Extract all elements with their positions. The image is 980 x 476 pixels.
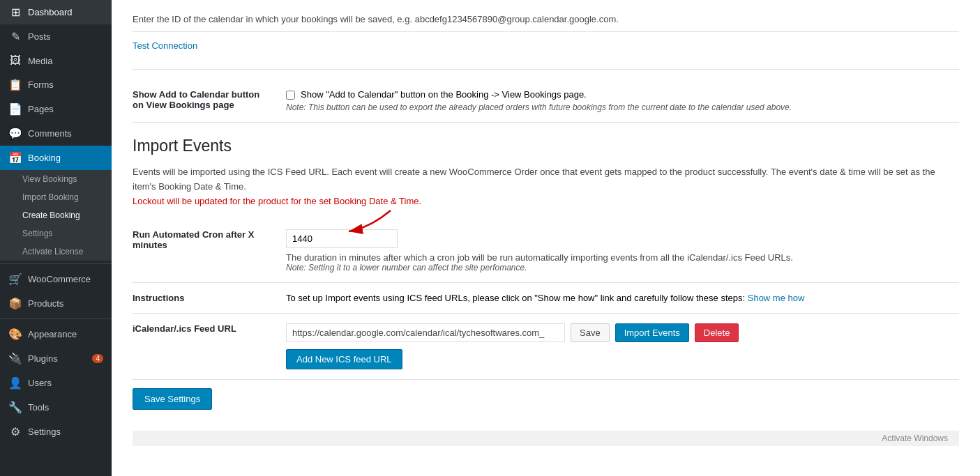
sidebar-item-plugins[interactable]: 🔌 Plugins 4 [0,346,112,371]
settings-icon: ⚙ [8,425,22,438]
content-area: Enter the ID of the calendar in which yo… [112,0,980,476]
sidebar-item-woocommerce[interactable]: 🛒 WooCommerce [0,267,112,291]
sidebar-item-label: Tools [28,402,49,413]
sidebar-divider-2 [0,318,112,319]
sidebar-item-label: Products [28,298,63,309]
instructions-row: Instructions To set up Import events usi… [133,283,959,314]
sidebar-item-label: Media [28,56,52,66]
show-me-how-link[interactable]: Show me how [748,293,805,303]
sidebar-item-media[interactable]: 🖼 Media [0,49,112,72]
users-icon: 👤 [8,376,22,390]
save-settings-button[interactable]: Save Settings [133,388,212,410]
calendar-id-note: Enter the ID of the calendar in which yo… [133,14,959,32]
pages-icon: 📄 [8,102,22,116]
sidebar-sub-activate-license[interactable]: Activate License [0,243,112,261]
cron-row: Run Automated Cron after X minutes [133,220,959,283]
red-arrow-svg [328,207,398,235]
sidebar-item-booking[interactable]: 📅 Booking [0,146,112,170]
feed-url-row: iCalendar/.ics Feed URL Save Import Even… [133,314,959,380]
sidebar-item-label: Appearance [28,329,77,339]
show-calendar-value: Show "Add to Calendar" button on the Boo… [286,89,959,112]
sidebar-item-label: Booking [28,153,61,163]
plugins-icon: 🔌 [8,352,22,365]
dashboard-icon: ⊞ [8,6,22,19]
feed-url-input[interactable] [286,323,565,342]
activate-windows-text: Activate Windows [133,431,959,446]
comments-icon: 💬 [8,127,22,140]
sidebar-item-comments[interactable]: 💬 Comments [0,121,112,146]
instructions-label: Instructions [133,293,272,303]
delete-button[interactable]: Delete [695,323,739,342]
sidebar-item-pages[interactable]: 📄 Pages [0,97,112,121]
sidebar-item-label: Plugins [28,353,58,364]
lockout-note: Lockout will be updated for the product … [133,196,421,206]
booking-submenu: View Bookings Import Booking Create Book… [0,170,112,261]
sidebar-item-label: Users [28,378,52,388]
sidebar-item-products[interactable]: 📦 Products [0,291,112,316]
sidebar-divider-1 [0,263,112,264]
sidebar-sub-import-booking[interactable]: Import Booking [0,188,112,206]
sidebar-item-label: Dashboard [28,7,73,17]
show-calendar-row: Show Add to Calendar button on View Book… [133,79,959,123]
sidebar-item-label: Comments [28,128,72,139]
events-description: Events will be imported using the ICS Fe… [133,165,959,208]
sidebar-item-posts[interactable]: ✎ Posts [0,24,112,49]
plugins-badge: 4 [92,354,103,363]
main-content: Enter the ID of the calendar in which yo… [112,0,980,476]
sidebar-item-label: WooCommerce [28,274,91,284]
cron-description: The duration in minutes after which a cr… [286,252,959,263]
import-events-button[interactable]: Import Events [615,323,689,342]
sidebar-item-label: Settings [28,427,61,437]
sidebar-item-label: Pages [28,104,54,114]
sidebar-item-label: Posts [28,31,51,42]
cron-label: Run Automated Cron after X minutes [133,229,272,272]
save-feed-button[interactable]: Save [571,323,610,342]
sidebar-item-dashboard[interactable]: ⊞ Dashboard [0,0,112,24]
sidebar-item-appearance[interactable]: 🎨 Appearance [0,322,112,346]
sidebar-item-tools[interactable]: 🔧 Tools [0,395,112,420]
sidebar-item-label: Forms [28,79,54,90]
cron-note: Note: Setting it to a lower number can a… [286,263,959,272]
appearance-icon: 🎨 [8,328,22,341]
import-events-heading: Import Events [133,137,959,155]
cron-value-area: The duration in minutes after which a cr… [286,229,959,272]
events-description-text: Events will be imported using the ICS Fe… [133,167,935,192]
media-icon: 🖼 [8,54,22,67]
sidebar: ⊞ Dashboard ✎ Posts 🖼 Media 📋 Forms 📄 Pa… [0,0,112,476]
instructions-value: To set up Import events using ICS feed U… [286,293,959,303]
products-icon: 📦 [8,297,22,310]
posts-icon: ✎ [8,30,22,43]
feed-url-label: iCalendar/.ics Feed URL [133,323,272,369]
booking-icon: 📅 [8,151,22,164]
tools-icon: 🔧 [8,401,22,414]
feed-url-input-row: Save Import Events Delete [286,323,959,342]
show-calendar-text: Show "Add to Calendar" button on the Boo… [301,89,587,100]
sidebar-sub-create-booking[interactable]: Create Booking [0,206,112,224]
add-ics-button[interactable]: Add New ICS feed URL [286,349,402,369]
sidebar-sub-view-bookings[interactable]: View Bookings [0,170,112,188]
test-connection-link[interactable]: Test Connection [133,40,197,51]
instructions-text: To set up Import events using ICS feed U… [286,293,745,303]
sidebar-sub-settings[interactable]: Settings [0,224,112,243]
sidebar-item-users[interactable]: 👤 Users [0,371,112,395]
feed-url-value: Save Import Events Delete Add New ICS fe… [286,323,959,369]
show-calendar-note: Note: This button can be used to export … [286,102,959,112]
woocommerce-icon: 🛒 [8,272,22,286]
forms-icon: 📋 [8,78,22,91]
sidebar-item-settings[interactable]: ⚙ Settings [0,420,112,444]
show-calendar-checkbox[interactable] [286,91,295,100]
save-settings-container: Save Settings [133,380,959,410]
sidebar-item-forms[interactable]: 📋 Forms [0,72,112,97]
show-calendar-label: Show Add to Calendar button on View Book… [133,89,272,112]
